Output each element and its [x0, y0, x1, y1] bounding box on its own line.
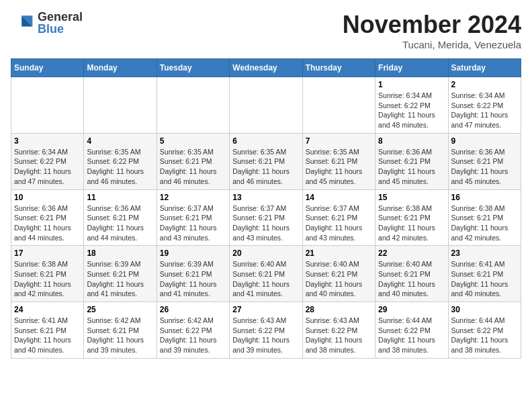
day-info: Sunrise: 6:35 AM Sunset: 6:22 PM Dayligh… — [87, 147, 153, 187]
calendar-cell: 27Sunrise: 6:43 AM Sunset: 6:22 PM Dayli… — [230, 302, 302, 359]
calendar-cell: 22Sunrise: 6:40 AM Sunset: 6:21 PM Dayli… — [375, 246, 448, 302]
day-number: 2 — [451, 80, 518, 89]
calendar-table: SundayMondayTuesdayWednesdayThursdayFrid… — [11, 58, 521, 359]
day-number: 23 — [451, 248, 518, 258]
day-info: Sunrise: 6:40 AM Sunset: 6:21 PM Dayligh… — [306, 259, 372, 299]
weekday-header: Tuesday — [157, 59, 229, 77]
calendar-cell: 1Sunrise: 6:34 AM Sunset: 6:22 PM Daylig… — [375, 77, 448, 134]
day-info: Sunrise: 6:38 AM Sunset: 6:21 PM Dayligh… — [451, 203, 518, 243]
calendar-week-row: 1Sunrise: 6:34 AM Sunset: 6:22 PM Daylig… — [11, 77, 521, 134]
calendar-week-row: 17Sunrise: 6:38 AM Sunset: 6:21 PM Dayli… — [11, 246, 521, 302]
calendar-cell: 5Sunrise: 6:35 AM Sunset: 6:21 PM Daylig… — [157, 133, 229, 189]
calendar-cell: 8Sunrise: 6:36 AM Sunset: 6:21 PM Daylig… — [375, 133, 448, 189]
calendar-cell: 9Sunrise: 6:36 AM Sunset: 6:21 PM Daylig… — [448, 133, 521, 189]
calendar-cell: 2Sunrise: 6:34 AM Sunset: 6:22 PM Daylig… — [448, 77, 521, 134]
day-info: Sunrise: 6:43 AM Sunset: 6:22 PM Dayligh… — [232, 316, 299, 355]
weekday-header: Sunday — [11, 59, 84, 77]
calendar-week-row: 10Sunrise: 6:36 AM Sunset: 6:21 PM Dayli… — [11, 189, 521, 246]
calendar-cell: 12Sunrise: 6:37 AM Sunset: 6:21 PM Dayli… — [157, 189, 229, 246]
day-info: Sunrise: 6:37 AM Sunset: 6:21 PM Dayligh… — [232, 203, 299, 243]
day-number: 18 — [87, 248, 153, 258]
day-number: 16 — [451, 193, 518, 202]
day-number: 15 — [378, 193, 445, 202]
calendar-cell — [302, 77, 375, 134]
weekday-header: Saturday — [448, 59, 521, 77]
day-info: Sunrise: 6:39 AM Sunset: 6:21 PM Dayligh… — [87, 259, 153, 299]
day-info: Sunrise: 6:40 AM Sunset: 6:21 PM Dayligh… — [378, 259, 445, 299]
weekday-header-row: SundayMondayTuesdayWednesdayThursdayFrid… — [11, 59, 521, 77]
day-number: 30 — [451, 305, 518, 314]
day-number: 24 — [14, 305, 81, 314]
day-number: 17 — [14, 248, 81, 258]
day-info: Sunrise: 6:43 AM Sunset: 6:22 PM Dayligh… — [306, 316, 372, 355]
day-info: Sunrise: 6:36 AM Sunset: 6:21 PM Dayligh… — [451, 147, 518, 187]
day-number: 9 — [451, 136, 518, 146]
calendar-cell — [157, 77, 229, 134]
weekday-header: Friday — [375, 59, 448, 77]
day-number: 4 — [87, 136, 153, 146]
day-info: Sunrise: 6:42 AM Sunset: 6:21 PM Dayligh… — [87, 316, 153, 355]
weekday-header: Monday — [84, 59, 157, 77]
weekday-header: Thursday — [302, 59, 375, 77]
calendar-cell: 11Sunrise: 6:36 AM Sunset: 6:21 PM Dayli… — [84, 189, 157, 246]
day-info: Sunrise: 6:38 AM Sunset: 6:21 PM Dayligh… — [378, 203, 445, 243]
calendar-cell: 25Sunrise: 6:42 AM Sunset: 6:21 PM Dayli… — [84, 302, 157, 359]
day-info: Sunrise: 6:35 AM Sunset: 6:21 PM Dayligh… — [232, 147, 299, 187]
day-number: 20 — [232, 248, 299, 258]
day-info: Sunrise: 6:41 AM Sunset: 6:21 PM Dayligh… — [451, 259, 518, 299]
calendar-cell: 19Sunrise: 6:39 AM Sunset: 6:21 PM Dayli… — [157, 246, 229, 302]
calendar-cell: 26Sunrise: 6:42 AM Sunset: 6:22 PM Dayli… — [157, 302, 229, 359]
day-info: Sunrise: 6:42 AM Sunset: 6:22 PM Dayligh… — [160, 316, 226, 355]
calendar-cell: 3Sunrise: 6:34 AM Sunset: 6:22 PM Daylig… — [11, 133, 84, 189]
day-number: 1 — [378, 80, 445, 89]
day-info: Sunrise: 6:34 AM Sunset: 6:22 PM Dayligh… — [378, 91, 445, 130]
month-title: November 2024 — [343, 11, 521, 39]
calendar-cell: 30Sunrise: 6:44 AM Sunset: 6:22 PM Dayli… — [448, 302, 521, 359]
calendar-cell: 17Sunrise: 6:38 AM Sunset: 6:21 PM Dayli… — [11, 246, 84, 302]
day-number: 25 — [87, 305, 153, 314]
calendar-cell: 6Sunrise: 6:35 AM Sunset: 6:21 PM Daylig… — [230, 133, 302, 189]
calendar-cell — [11, 77, 84, 134]
day-info: Sunrise: 6:37 AM Sunset: 6:21 PM Dayligh… — [160, 203, 226, 243]
location-subtitle: Tucani, Merida, Venezuela — [343, 39, 521, 50]
day-number: 6 — [232, 136, 299, 146]
day-number: 27 — [232, 305, 299, 314]
weekday-header: Wednesday — [230, 59, 302, 77]
day-number: 22 — [378, 248, 445, 258]
day-info: Sunrise: 6:41 AM Sunset: 6:21 PM Dayligh… — [14, 316, 81, 355]
day-number: 26 — [160, 305, 226, 314]
day-number: 12 — [160, 193, 226, 202]
page-header: General Blue November 2024 Tucani, Merid… — [11, 11, 521, 50]
calendar-cell: 29Sunrise: 6:44 AM Sunset: 6:22 PM Dayli… — [375, 302, 448, 359]
day-number: 3 — [14, 136, 81, 146]
title-area: November 2024 Tucani, Merida, Venezuela — [343, 11, 521, 50]
day-info: Sunrise: 6:36 AM Sunset: 6:21 PM Dayligh… — [87, 203, 153, 243]
day-info: Sunrise: 6:44 AM Sunset: 6:22 PM Dayligh… — [451, 316, 518, 355]
calendar-cell — [230, 77, 302, 134]
day-info: Sunrise: 6:38 AM Sunset: 6:21 PM Dayligh… — [14, 259, 81, 299]
calendar-cell: 18Sunrise: 6:39 AM Sunset: 6:21 PM Dayli… — [84, 246, 157, 302]
logo-blue: Blue — [38, 23, 83, 35]
calendar-cell: 20Sunrise: 6:40 AM Sunset: 6:21 PM Dayli… — [230, 246, 302, 302]
calendar-cell: 13Sunrise: 6:37 AM Sunset: 6:21 PM Dayli… — [230, 189, 302, 246]
calendar-cell — [84, 77, 157, 134]
day-number: 29 — [378, 305, 445, 314]
calendar-cell: 16Sunrise: 6:38 AM Sunset: 6:21 PM Dayli… — [448, 189, 521, 246]
day-number: 7 — [306, 136, 372, 146]
day-info: Sunrise: 6:37 AM Sunset: 6:21 PM Dayligh… — [306, 203, 372, 243]
logo-text: General Blue — [38, 11, 83, 35]
calendar-cell: 28Sunrise: 6:43 AM Sunset: 6:22 PM Dayli… — [302, 302, 375, 359]
day-info: Sunrise: 6:36 AM Sunset: 6:21 PM Dayligh… — [14, 203, 81, 243]
calendar-cell: 24Sunrise: 6:41 AM Sunset: 6:21 PM Dayli… — [11, 302, 84, 359]
day-info: Sunrise: 6:44 AM Sunset: 6:22 PM Dayligh… — [378, 316, 445, 355]
day-info: Sunrise: 6:34 AM Sunset: 6:22 PM Dayligh… — [14, 147, 81, 187]
calendar-cell: 23Sunrise: 6:41 AM Sunset: 6:21 PM Dayli… — [448, 246, 521, 302]
day-info: Sunrise: 6:39 AM Sunset: 6:21 PM Dayligh… — [160, 259, 226, 299]
calendar-cell: 21Sunrise: 6:40 AM Sunset: 6:21 PM Dayli… — [302, 246, 375, 302]
day-number: 10 — [14, 193, 81, 202]
day-info: Sunrise: 6:35 AM Sunset: 6:21 PM Dayligh… — [160, 147, 226, 187]
day-info: Sunrise: 6:34 AM Sunset: 6:22 PM Dayligh… — [451, 91, 518, 130]
day-number: 28 — [306, 305, 372, 314]
day-number: 8 — [378, 136, 445, 146]
day-number: 19 — [160, 248, 226, 258]
